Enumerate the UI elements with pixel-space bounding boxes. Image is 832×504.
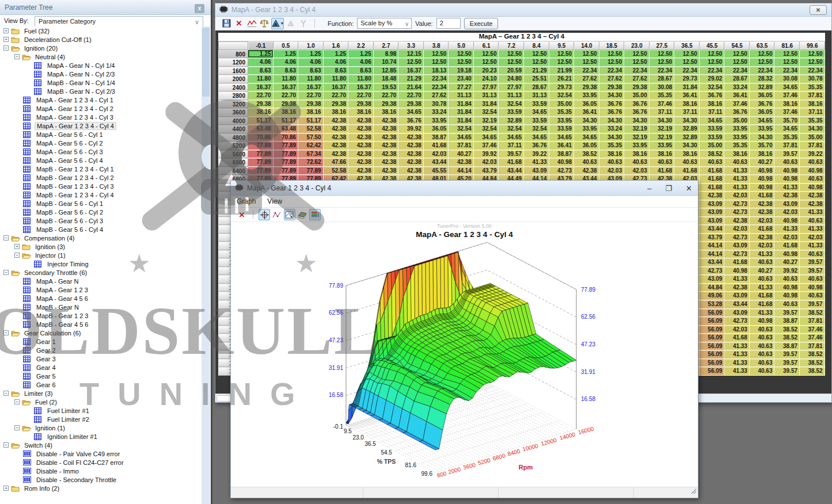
column-header[interactable]: 14.0 [574, 41, 599, 50]
grid-cell[interactable]: 41.68 [724, 334, 750, 342]
grid-cell[interactable]: 70.86 [248, 133, 273, 142]
row-header[interactable]: 2400 [218, 83, 248, 92]
grid-cell[interactable]: 40.98 [750, 167, 775, 175]
row-header[interactable]: 2000 [218, 75, 248, 83]
tree-item[interactable]: +Fuel (32) [0, 26, 203, 35]
grid-cell[interactable]: 42.03 [724, 326, 750, 334]
grid-cell[interactable]: 37.11 [499, 142, 524, 150]
grid-cell[interactable]: 22.70 [298, 91, 324, 100]
grid-cell[interactable]: 35.00 [624, 91, 649, 100]
grid-cell[interactable]: 38.16 [248, 108, 273, 117]
grid-cell[interactable]: 33.95 [424, 117, 449, 125]
grid-cell[interactable]: 42.03 [424, 150, 449, 159]
grid-cell[interactable]: 12.15 [398, 50, 424, 59]
grid-cell[interactable]: 43.09 [724, 309, 750, 318]
grid-cell[interactable]: 53.28 [700, 300, 725, 309]
column-header[interactable]: 81.6 [774, 41, 800, 50]
grid-cell[interactable]: 8.98 [374, 50, 399, 59]
column-header[interactable]: 8.4 [524, 41, 549, 50]
grid-cell[interactable]: 42.38 [348, 167, 374, 175]
execute-button[interactable]: Execute [464, 18, 499, 29]
grid-cell[interactable]: 56.09 [700, 367, 725, 376]
grid-cell[interactable]: 36.41 [674, 91, 700, 100]
grid-cell[interactable]: 16.37 [324, 83, 349, 92]
grid-cell[interactable]: 41.33 [774, 225, 800, 234]
grid-cell[interactable]: 77.89 [248, 142, 273, 150]
grid-cell[interactable]: 42.38 [324, 150, 349, 159]
row-header[interactable]: 4000 [218, 117, 248, 125]
grid-cell[interactable]: 77.89 [248, 167, 273, 175]
chart-cursor-icon[interactable] [284, 209, 295, 220]
grid-cell[interactable]: 37.81 [800, 317, 825, 326]
grid-cell[interactable]: 56.09 [700, 326, 725, 334]
grid-cell[interactable]: 42.38 [348, 150, 374, 159]
grid-cell[interactable]: 33.95 [649, 142, 675, 150]
grid-cell[interactable]: 12.50 [474, 58, 499, 67]
grid-cell[interactable]: 40.63 [750, 334, 775, 342]
grid-cell[interactable]: 42.38 [724, 284, 750, 292]
grid-cell[interactable]: 37.46 [724, 100, 750, 109]
grid-cell[interactable]: 31.84 [674, 83, 700, 92]
grid-cell[interactable]: 22.34 [649, 67, 675, 75]
grid-cell[interactable]: 35.70 [750, 142, 775, 150]
grid-cell[interactable]: 28.67 [724, 75, 750, 83]
grid-cell[interactable]: 12.50 [700, 50, 725, 59]
grid-cell[interactable]: 20.59 [499, 67, 524, 75]
grid-cell[interactable]: 22.34 [599, 67, 625, 75]
grid-cell[interactable]: 16.37 [398, 67, 424, 75]
grid-cell[interactable]: 36.76 [599, 100, 625, 109]
grid-cell[interactable]: 23.40 [449, 75, 474, 83]
grid-cell[interactable]: 12.50 [750, 50, 775, 59]
grid-cell[interactable]: 34.65 [774, 125, 800, 133]
grid-cell[interactable]: 72.62 [298, 158, 324, 167]
tree-item[interactable]: +Deceleration Cut-Off (1) [0, 35, 203, 44]
grid-cell[interactable]: 42.38 [374, 150, 399, 159]
grid-cell[interactable]: 40.63 [800, 275, 825, 284]
tree-item[interactable]: Gear 6 [0, 380, 203, 389]
grid-cell[interactable]: 35.70 [774, 117, 800, 125]
column-header[interactable]: 54.5 [724, 41, 750, 50]
grid-cell[interactable]: 42.38 [374, 167, 399, 175]
grid-cell[interactable]: 22.70 [273, 91, 299, 100]
tree-item[interactable]: +Ignition (3) [0, 242, 203, 251]
grid-cell[interactable]: 12.50 [774, 58, 800, 67]
grid-cell[interactable]: 41.33 [524, 158, 549, 167]
grid-cell[interactable]: 39.57 [774, 309, 800, 318]
surface-plot[interactable]: 77.8977.8962.5662.5647.2347.2331.9131.91… [231, 222, 699, 488]
tree-item[interactable]: MapA - Gear N [0, 277, 203, 285]
column-header[interactable]: 9.5 [549, 41, 575, 50]
grid-cell[interactable]: 16.37 [248, 83, 273, 92]
surface-view-icon[interactable] [297, 209, 308, 220]
grid-cell[interactable]: 34.65 [499, 133, 524, 142]
grid-cell[interactable]: 8.63 [348, 67, 374, 75]
grid-cell[interactable]: 12.50 [774, 50, 800, 59]
grid-cell[interactable]: 4.06 [324, 58, 349, 67]
compare-view-icon[interactable]: A▾ [271, 18, 284, 29]
grid-cell[interactable]: 32.89 [674, 125, 700, 133]
tree-item[interactable]: MapA - Gear 4 5 6 [0, 294, 203, 303]
grid-cell[interactable]: 36.41 [724, 91, 750, 100]
grid-cell[interactable]: 41.68 [700, 184, 725, 192]
grid-cell[interactable]: 37.46 [774, 91, 800, 100]
grid-cell[interactable]: 40.63 [750, 367, 775, 376]
grid-cell[interactable]: 29.38 [398, 100, 424, 109]
function-select[interactable]: Scale by % ∨ [357, 18, 412, 29]
grid-cell[interactable]: 21.99 [549, 67, 575, 75]
grid-cell[interactable]: 41.68 [499, 158, 524, 167]
column-header[interactable]: 45.5 [700, 41, 725, 50]
grid-cell[interactable]: 12.50 [649, 58, 675, 67]
grid-cell[interactable]: 38.87 [774, 342, 800, 351]
tree-item[interactable]: MapB - Gear N [0, 303, 203, 311]
tree-item[interactable]: MapA - Gear 1 2 3 4 - Cyl 3 [0, 113, 203, 121]
grid-cell[interactable]: 42.38 [449, 158, 474, 167]
tree-item[interactable]: MapB - Gear 1 2 3 [0, 311, 203, 320]
grid-cell[interactable]: 12.50 [499, 58, 524, 67]
grid-cell[interactable]: 12.50 [724, 58, 750, 67]
grid-cell[interactable]: 36.76 [624, 100, 649, 109]
grid-cell[interactable]: 40.63 [649, 158, 675, 167]
tree-item[interactable]: MapB - Gear 5 6 - Cyl 2 [0, 208, 203, 216]
grid-cell[interactable]: 22.70 [348, 91, 374, 100]
tree-item[interactable]: −Fuel (2) [0, 398, 203, 406]
grid-cell[interactable]: 38.16 [599, 150, 625, 159]
grid-cell[interactable]: 37.81 [774, 142, 800, 150]
